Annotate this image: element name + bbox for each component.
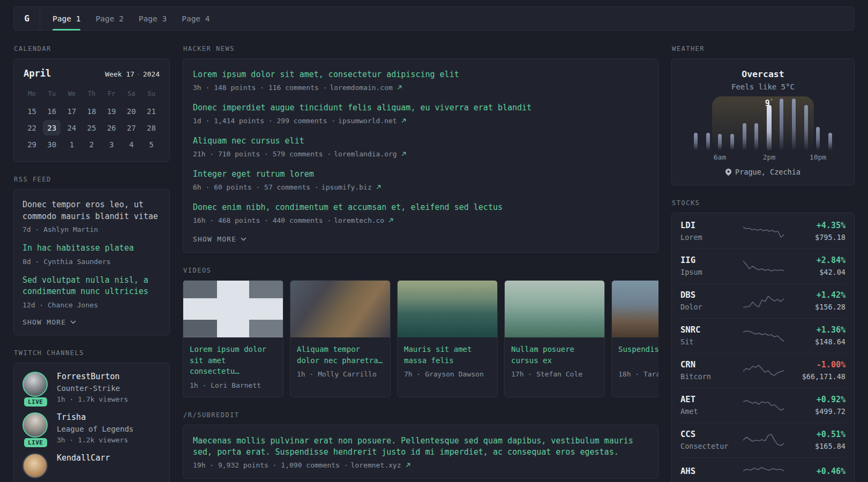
hn-story-title[interactable]: Donec enim nibh, condimentum et accumsan… (193, 202, 648, 213)
rss-show-more-button[interactable]: SHOW MORE (23, 318, 161, 326)
stock-sparkline (734, 464, 793, 480)
calendar-day[interactable]: 29 (22, 136, 42, 153)
rss-item-title[interactable]: In hac habitasse platea (23, 243, 161, 254)
calendar-day[interactable]: 17 (62, 103, 81, 119)
channel-viewers: 3h · 1.2k viewers (57, 436, 133, 444)
hn-story-title[interactable]: Integer eget rutrum lorem (193, 169, 648, 180)
twitch-channel-row[interactable]: LIVE ForrestBurton Counter-Strike 1h · 1… (23, 372, 161, 403)
calendar-day[interactable]: 27 (122, 119, 141, 136)
video-title[interactable]: Aliquam tempor dolor nec pharetra… (297, 344, 384, 366)
calendar-day[interactable]: 30 (42, 136, 62, 153)
videos-section-title: VIDEOS (183, 267, 659, 274)
twitch-channel-row[interactable]: LIVE Trisha League of Legends 3h · 1.2k … (23, 412, 161, 444)
tab-page-3[interactable]: Page 3 (139, 7, 167, 30)
stock-row[interactable]: DBSDolor+1.42%$156.28 (680, 283, 845, 318)
weather-hour-bar (694, 133, 698, 150)
calendar-day[interactable]: 24 (62, 119, 81, 136)
stock-change: -1.00% (793, 360, 845, 370)
hn-story-domain-link[interactable]: loremdomain.com (330, 84, 392, 92)
hn-story: Donec enim nibh, condimentum et accumsan… (193, 202, 648, 224)
external-link-icon (401, 118, 406, 123)
reddit-meta-text: 19h · 9,932 points · 1,090 comments · (193, 461, 348, 469)
reddit-post: Maecenas mollis pulvinar erat non posuer… (193, 435, 648, 469)
channel-name[interactable]: ForrestBurton (57, 372, 128, 381)
calendar-day[interactable]: 16 (42, 103, 62, 119)
video-card[interactable]: Mauris sit amet massa felis 7h · Grayson… (397, 280, 498, 397)
rss-item-title[interactable]: Sed volutpat nulla nisl, a condimentum n… (23, 275, 161, 298)
hn-story-title[interactable]: Donec imperdiet augue tincidunt felis al… (193, 102, 648, 114)
show-more-label: SHOW MORE (23, 318, 66, 326)
stock-price: $499.72 (793, 407, 845, 416)
calendar-day[interactable]: 18 (81, 103, 101, 119)
calendar-day[interactable]: 23 (42, 119, 62, 136)
stock-ticker: SNRC (680, 325, 734, 335)
current-temp-label: 9° (765, 97, 774, 108)
calendar-day[interactable]: 20 (122, 103, 141, 119)
reddit-post-title[interactable]: Maecenas mollis pulvinar erat non posuer… (193, 435, 648, 458)
channel-name[interactable]: KendallCarr (57, 453, 110, 463)
reddit-post-domain-link[interactable]: loremnet.xyz (351, 461, 401, 469)
map-pin-icon (725, 169, 731, 176)
weather-location[interactable]: Prague, Czechia (682, 168, 844, 176)
hn-story-domain-link[interactable]: loremtech.co (334, 216, 384, 224)
video-title[interactable]: Suspendisse diam (618, 344, 659, 366)
tab-page-4[interactable]: Page 4 (182, 7, 209, 30)
calendar-day[interactable]: 15 (22, 103, 42, 119)
weather-hour-bar (804, 105, 808, 150)
calendar-day[interactable]: 2 (81, 136, 101, 153)
stock-price: $148.64 (793, 337, 845, 346)
calendar-day[interactable]: 22 (22, 119, 42, 136)
live-badge: LIVE (24, 397, 47, 406)
video-thumbnail (183, 281, 283, 337)
degree-symbol: ° (770, 97, 774, 104)
video-title[interactable]: Nullam posuere cursus ex (511, 344, 598, 366)
calendar-day[interactable]: 3 (102, 136, 122, 153)
calendar-day[interactable]: 28 (141, 119, 161, 136)
video-title[interactable]: Lorem ipsum dolor sit amet consectetu… (190, 344, 276, 377)
video-card[interactable]: Aliquam tempor dolor nec pharetra… 1h · … (290, 280, 391, 397)
twitch-widget: LIVE ForrestBurton Counter-Strike 1h · 1… (13, 363, 170, 482)
app-logo[interactable]: G (14, 7, 40, 30)
calendar-day[interactable]: 26 (102, 119, 122, 136)
hn-story-domain-link[interactable]: loremlandia.org (334, 150, 396, 158)
calendar-day[interactable]: 1 (62, 136, 81, 153)
stock-sparkline (734, 293, 793, 309)
stock-price: $156.28 (793, 303, 845, 311)
stock-row[interactable]: AETAmet+0.92%$499.72 (680, 388, 845, 423)
tab-label: Page 4 (182, 14, 209, 23)
video-card[interactable]: Suspendisse diam 18h · Tara (611, 280, 659, 397)
tab-page-2[interactable]: Page 2 (95, 7, 123, 30)
rss-item-title[interactable]: Donec tempor eros leo, ut commodo mauris… (23, 199, 161, 222)
calendar-day[interactable]: 5 (141, 136, 161, 153)
calendar-grid: MoTuWeThFrSaSu15161718192021222324252627… (22, 87, 161, 153)
calendar-day[interactable]: 21 (141, 103, 161, 119)
hn-show-more-button[interactable]: SHOW MORE (193, 235, 648, 243)
stock-sparkline (734, 432, 793, 448)
video-card[interactable]: Lorem ipsum dolor sit amet consectetu… 1… (183, 280, 283, 397)
tab-label: Page 1 (53, 14, 80, 23)
stock-row[interactable]: CRNBitcorn-1.00%$66,171.48 (680, 353, 845, 388)
calendar-day[interactable]: 25 (81, 119, 101, 136)
stock-row[interactable]: IIGIpsum+2.84%$42.04 (680, 248, 845, 283)
tab-page-1[interactable]: Page 1 (53, 7, 80, 30)
channel-name[interactable]: Trisha (57, 412, 133, 422)
stock-row[interactable]: CCSConsectetur+0.51%$165.84 (680, 423, 845, 457)
video-meta: 7h · Grayson Dawson (404, 370, 491, 378)
calendar-day[interactable]: 4 (122, 136, 141, 153)
twitch-channel-row[interactable]: KendallCarr (23, 453, 161, 478)
video-card[interactable]: Nullam posuere cursus ex 17h · Stefan Co… (504, 280, 605, 397)
calendar-day[interactable]: 19 (102, 103, 122, 119)
external-link-icon (397, 85, 402, 90)
hour-axis-label: 6am (714, 153, 726, 161)
hn-story-title[interactable]: Lorem ipsum dolor sit amet, consectetur … (193, 69, 648, 80)
hn-story-domain-link[interactable]: ipsumify.biz (321, 183, 372, 191)
hn-story-domain-link[interactable]: ipsumworld.net (338, 117, 397, 125)
hacker-news-widget: Lorem ipsum dolor sit amet, consectetur … (183, 58, 659, 253)
hn-story-title[interactable]: Aliquam nec cursus elit (193, 135, 648, 147)
stock-row[interactable]: LDILorem+4.35%$795.18 (680, 214, 845, 248)
hn-meta-text: 21h · 710 points · 579 comments · (193, 150, 331, 158)
video-title[interactable]: Mauris sit amet massa felis (404, 344, 491, 366)
stock-row[interactable]: AHS+0.46% (680, 457, 845, 482)
stock-row[interactable]: SNRCSit+1.36%$148.64 (680, 318, 845, 353)
stock-sparkline (734, 363, 793, 379)
